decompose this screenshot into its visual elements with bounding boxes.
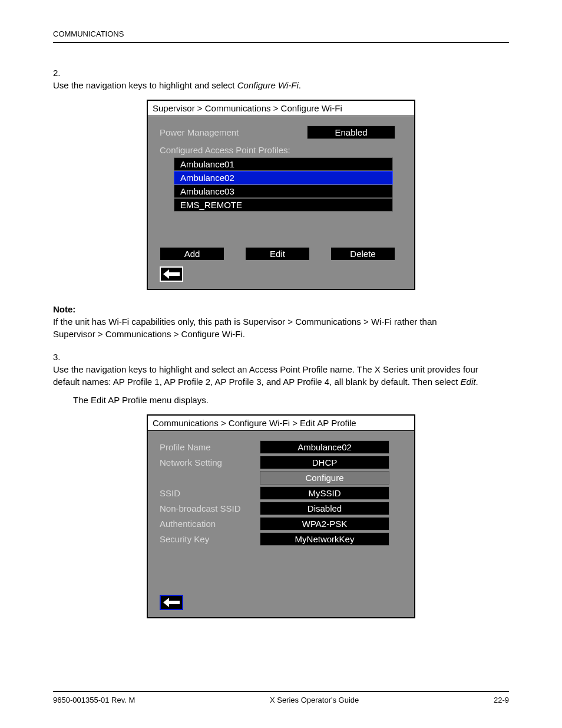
header-left: COMMUNICATIONS [53,29,124,38]
profile-list: Ambulance01 Ambulance02 Ambulance03 EMS_… [174,157,393,212]
step-2: 2. Use the navigation keys to highlight … [53,67,509,91]
footer-center: X Series Operator's Guide [270,696,359,704]
non-broadcast-ssid-value[interactable]: Disabled [260,502,389,515]
network-setting-value[interactable]: DHCP [260,456,389,469]
page-footer: 9650-001355-01 Rev. M X Series Operator'… [53,696,509,704]
step-3-num: 3. [53,351,73,363]
back-arrow-icon [163,269,180,279]
back-arrow-icon [163,598,180,607]
profile-item-selected[interactable]: Ambulance02 [174,171,393,185]
configure-button[interactable]: Configure [260,471,389,485]
edit-ap-profile-screen: Communications > Configure Wi-Fi > Edit … [147,414,415,618]
delete-button[interactable]: Delete [330,247,395,261]
non-broadcast-ssid-label: Non-broadcast SSID [160,503,260,513]
profile-name-value[interactable]: Ambulance02 [260,440,389,454]
breadcrumb: Supervisor > Communications > Configure … [148,101,414,116]
step-2-text: Use the navigation keys to highlight and… [53,79,489,91]
profile-item[interactable]: Ambulance03 [174,185,393,198]
power-management-value[interactable]: Enabled [307,126,395,139]
header-rule [53,42,509,43]
configure-wifi-screen: Supervisor > Communications > Configure … [147,100,415,290]
step-3: 3. Use the navigation keys to highlight … [53,351,509,388]
note: Note: If the unit has Wi-Fi capabilities… [53,303,509,340]
back-button[interactable] [160,266,183,282]
security-key-label: Security Key [160,534,260,544]
svg-marker-0 [163,269,180,279]
note-label: Note: [53,303,88,315]
add-button[interactable]: Add [160,247,224,261]
breadcrumb: Communications > Configure Wi-Fi > Edit … [148,416,414,431]
profile-item[interactable]: Ambulance01 [174,157,393,171]
ssid-value[interactable]: MySSID [260,486,389,500]
authentication-value[interactable]: WPA2-PSK [260,517,389,531]
security-key-value[interactable]: MyNetworkKey [260,532,389,546]
profiles-heading: Configured Access Point Profiles: [160,145,402,155]
power-management-label: Power Management [160,127,272,137]
network-setting-label: Network Setting [160,457,260,467]
profile-item[interactable]: EMS_REMOTE [174,198,393,212]
ssid-label: SSID [160,488,260,498]
footer-left: 9650-001355-01 Rev. M [53,696,135,704]
footer-rule [53,691,509,692]
page-header: COMMUNICATIONS [53,29,509,38]
note-text: If the unit has Wi-Fi capabilities only,… [53,315,474,340]
profile-name-label: Profile Name [160,442,260,452]
step-2-num: 2. [53,67,73,79]
authentication-label: Authentication [160,519,260,529]
svg-marker-1 [163,598,180,607]
back-button[interactable] [160,595,183,610]
step-3-text: Use the navigation keys to highlight and… [53,363,489,388]
edit-button[interactable]: Edit [245,247,310,261]
step-3-after: The Edit AP Profile menu displays. [73,394,509,406]
footer-page: 22-9 [494,696,509,704]
